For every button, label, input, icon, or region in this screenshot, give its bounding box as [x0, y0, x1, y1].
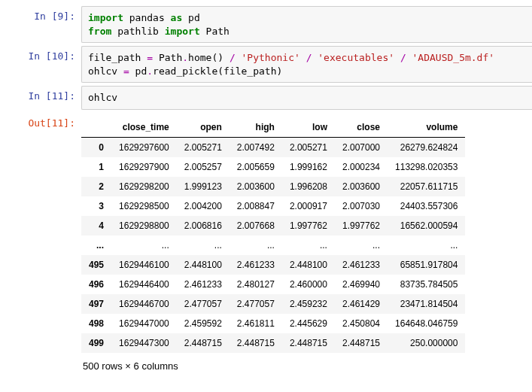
- index-header: [81, 117, 111, 138]
- cell: 2.477057: [177, 294, 230, 314]
- cell: 2.007668: [230, 216, 282, 236]
- cell: ...: [282, 236, 335, 255]
- string: 'executables': [318, 52, 394, 63]
- space: [406, 52, 412, 63]
- cell-content: import pandas as pd from pathlib import …: [81, 6, 532, 43]
- in-prompt: In [11]:: [0, 86, 81, 110]
- cell: ...: [388, 236, 465, 255]
- cell: 2.003600: [230, 177, 282, 196]
- code-input[interactable]: ohlcv: [81, 86, 532, 110]
- cell: 2.459232: [282, 294, 335, 314]
- cell: 1.999123: [177, 177, 230, 196]
- cell: 22057.611715: [388, 177, 465, 196]
- keyword: from: [88, 26, 111, 37]
- col-header: low: [282, 117, 335, 138]
- cell: 2.461429: [335, 294, 388, 314]
- cell: 1629297600: [111, 137, 177, 157]
- cell: 1629447300: [111, 333, 177, 353]
- table-row: 49816294470002.4595922.4618112.4456292.4…: [81, 314, 465, 333]
- keyword: as: [171, 12, 183, 23]
- cell: 2.005659: [230, 157, 282, 177]
- col-header: close: [335, 117, 388, 138]
- row-index: 497: [81, 294, 111, 314]
- cell: 2.448100: [177, 255, 230, 275]
- cell: 2.448715: [177, 333, 230, 353]
- cell: 2.005257: [177, 157, 230, 177]
- cell: 2.448715: [230, 333, 282, 353]
- cell: 2.477057: [230, 294, 282, 314]
- cell: 2.004200: [177, 196, 230, 216]
- operator: .: [182, 52, 188, 63]
- cell: 2.005271: [282, 137, 335, 157]
- code-text: read_pickle(file_path): [153, 65, 282, 77]
- row-index: ...: [81, 236, 111, 255]
- cell: 23471.814504: [388, 294, 465, 314]
- cell: 2.480127: [230, 275, 282, 294]
- table-row: 49516294461002.4481002.4612332.4481002.4…: [81, 255, 465, 275]
- string: 'ADAUSD_5m.df': [412, 52, 495, 63]
- cell: 2.000234: [335, 157, 388, 177]
- cell: 2.461233: [177, 275, 230, 294]
- cell: 2.448715: [282, 333, 335, 353]
- row-index: 496: [81, 275, 111, 294]
- code-text: pd: [182, 12, 199, 23]
- cell: 2.000917: [282, 196, 335, 216]
- cell: 2.460000: [282, 275, 335, 294]
- code-input[interactable]: file_path = Path.home() / 'Pythonic' / '…: [81, 46, 532, 83]
- keyword: import: [88, 12, 123, 23]
- cell: 2.450804: [335, 314, 388, 333]
- cell: 26279.624824: [388, 137, 465, 157]
- code-text: Path: [200, 26, 230, 37]
- col-header: high: [230, 117, 282, 138]
- table-row: .....................: [81, 236, 465, 255]
- cell: 1.997762: [335, 216, 388, 236]
- table-row: 216292982001.9991232.0036001.9962082.003…: [81, 177, 465, 196]
- space: [394, 52, 400, 63]
- cell: 1629446100: [111, 255, 177, 275]
- cell: 2.469940: [335, 275, 388, 294]
- col-header: volume: [388, 117, 465, 138]
- cell: 1.999162: [282, 157, 335, 177]
- cell-9: In [9]: import pandas as pd from pathlib…: [0, 6, 532, 43]
- col-header: close_time: [111, 117, 177, 138]
- cell: 2.461233: [335, 255, 388, 275]
- table-row: 49916294473002.4487152.4487152.4487152.4…: [81, 333, 465, 353]
- code-text: pathlib: [111, 26, 164, 37]
- cell-content: ohlcv: [81, 86, 532, 110]
- cell: 2.448715: [335, 333, 388, 353]
- cell-content: file_path = Path.home() / 'Pythonic' / '…: [81, 46, 532, 83]
- cell: 1629446700: [111, 294, 177, 314]
- cell: ...: [230, 236, 282, 255]
- cell: 2.459592: [177, 314, 230, 333]
- cell: 2.005271: [177, 137, 230, 157]
- space: [300, 52, 306, 63]
- row-index: 499: [81, 333, 111, 353]
- code-text: pd: [129, 65, 147, 77]
- col-header: open: [177, 117, 230, 138]
- cell: 2.448100: [282, 255, 335, 275]
- code-text: Path: [153, 52, 182, 63]
- operator: =: [147, 52, 153, 63]
- header-row: close_time open high low close volume: [81, 117, 465, 138]
- cell-11-in: In [11]: ohlcv: [0, 86, 532, 110]
- cell: 1629298200: [111, 177, 177, 196]
- code-input[interactable]: import pandas as pd from pathlib import …: [81, 6, 532, 43]
- table-row: 416292988002.0068162.0076681.9977621.997…: [81, 216, 465, 236]
- operator: /: [230, 52, 236, 63]
- table-row: 49716294467002.4770572.4770572.4592322.4…: [81, 294, 465, 314]
- cell: 2.007030: [335, 196, 388, 216]
- cell: 1629298500: [111, 196, 177, 216]
- cell: 2.006816: [177, 216, 230, 236]
- out-prompt: Out[11]:: [0, 113, 81, 372]
- cell: ...: [177, 236, 230, 255]
- space: [236, 52, 242, 63]
- table-row: 49616294464002.4612332.4801272.4600002.4…: [81, 275, 465, 294]
- string: 'Pythonic': [242, 52, 300, 63]
- operator: /: [400, 52, 406, 63]
- row-index: 0: [81, 137, 111, 157]
- row-index: 4: [81, 216, 111, 236]
- table-row: 316292985002.0042002.0088472.0009172.007…: [81, 196, 465, 216]
- code-text: pandas: [123, 12, 171, 23]
- row-index: 498: [81, 314, 111, 333]
- cell: 1629298800: [111, 216, 177, 236]
